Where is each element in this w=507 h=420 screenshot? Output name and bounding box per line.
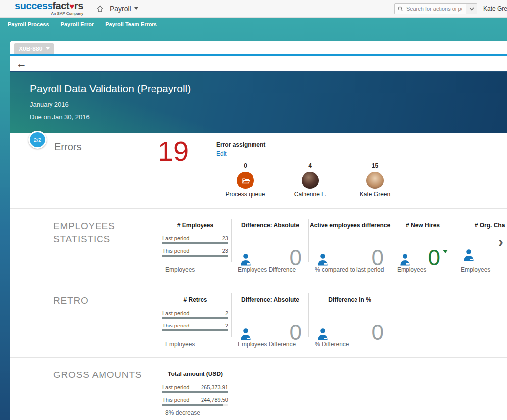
section-title: RETRO xyxy=(53,294,89,308)
period-comparison: Last period 265,373.91 This period 244,7… xyxy=(160,384,230,406)
tile-footer: 8% decrease xyxy=(165,409,200,416)
tile-footer: % Difference xyxy=(315,341,349,348)
assignment-item-kate[interactable]: 15 Kate Green xyxy=(343,162,407,198)
logo-rs-text: rs xyxy=(74,0,83,11)
nav-payroll-error[interactable]: Payroll Error xyxy=(61,21,94,27)
period-value: 244,789.50 xyxy=(201,397,228,403)
search-box[interactable] xyxy=(394,3,466,14)
period-value: 2 xyxy=(225,323,228,328)
tile-header: Difference In % xyxy=(310,296,390,303)
home-icon[interactable] xyxy=(96,5,104,13)
period-comparison: Last period 23 This period 23 xyxy=(160,235,230,257)
section-title: EMPLOYEES STATISTICS xyxy=(53,220,115,246)
period-label: Last period xyxy=(162,384,189,390)
step-badge[interactable]: 2/2 xyxy=(28,131,47,149)
assignment-name: Kate Green xyxy=(360,191,390,198)
process-instance-tab[interactable]: X0B-880 xyxy=(14,43,54,54)
tile-body: 0 xyxy=(310,248,390,267)
tile-active-employees-difference: Active employees difference 0 % compared… xyxy=(309,215,391,279)
employee-icon xyxy=(316,327,330,341)
back-button[interactable]: ← xyxy=(16,58,27,69)
tile-footer: Employees xyxy=(165,341,195,348)
logo-success-text: success xyxy=(15,0,52,11)
chevron-down-icon xyxy=(134,7,138,10)
error-count: 19 xyxy=(151,138,196,165)
period-row: This period 244,789.50 xyxy=(162,397,228,403)
tile-footer: Employees Difference xyxy=(238,266,296,273)
period-label: This period xyxy=(162,397,189,403)
assignment-count: 4 xyxy=(308,162,312,169)
edit-link[interactable]: Edit xyxy=(213,150,227,157)
error-assignment-title: Error assignment xyxy=(213,141,421,148)
tile-total-amount: Total amount (USD) Last period 265,373.9… xyxy=(159,364,231,420)
employee-icon xyxy=(316,253,330,267)
content-card: X0B-880 ← Payroll Data Validation (Prepa… xyxy=(10,41,507,420)
assignment-count: 15 xyxy=(372,162,378,169)
value-dropdown-icon[interactable] xyxy=(443,250,448,253)
process-queue-icon xyxy=(237,172,254,189)
chevron-down-icon xyxy=(469,7,474,11)
assignment-item-catherine[interactable]: 4 Catherine L. xyxy=(278,162,343,198)
error-assignment-block: Error assignment Edit 0 Process queue 4 … xyxy=(213,141,421,198)
period-row: Last period 23 xyxy=(162,235,228,241)
period-bar xyxy=(162,255,228,257)
tile-employees: # Employees Last period 23 This period 2… xyxy=(159,215,231,279)
avatar xyxy=(366,172,384,189)
tile-header: # Employees xyxy=(160,222,230,229)
tile-footer: Employees xyxy=(461,266,490,273)
period-label: Last period xyxy=(162,235,189,241)
user-menu[interactable]: Kate Green xyxy=(483,5,507,12)
assignment-item-process-queue[interactable]: 0 Process queue xyxy=(213,162,278,198)
kpi-value: 0 xyxy=(290,323,302,341)
tile-footer: Employees xyxy=(397,266,426,273)
section-title-line2: STATISTICS xyxy=(53,233,115,246)
period-row: This period 23 xyxy=(162,248,228,254)
chevron-down-icon xyxy=(46,47,50,50)
banner-due-date: Due on Jan 30, 2016 xyxy=(30,113,507,121)
nav-payroll-team-errors[interactable]: Payroll Team Errors xyxy=(105,21,157,27)
period-bar xyxy=(162,404,228,406)
tile-retros: # Retros Last period 2 This period 2 Emp… xyxy=(159,289,231,354)
employee-icon xyxy=(462,248,476,262)
period-bar xyxy=(162,242,228,244)
period-bar xyxy=(162,317,228,319)
period-value: 265,373.91 xyxy=(201,384,228,390)
errors-label: Errors xyxy=(54,141,81,153)
gross-amounts-section: GROSS AMOUNTS Total amount (USD) Last pe… xyxy=(10,358,507,420)
search-icon xyxy=(398,6,403,12)
carousel-next-chevron[interactable]: › xyxy=(498,234,503,249)
employees-statistics-section: EMPLOYEES STATISTICS # Employees Last pe… xyxy=(10,209,507,283)
kpi-value: 0 xyxy=(428,248,440,267)
tile-difference-percent: Difference In % 0 % Difference xyxy=(309,289,391,354)
period-value: 23 xyxy=(222,248,228,254)
assignment-name: Catherine L. xyxy=(294,191,326,198)
kpi-value: 0 xyxy=(372,248,384,267)
period-bar xyxy=(162,391,228,393)
period-row: This period 2 xyxy=(162,323,228,328)
tile-header: # Retros xyxy=(160,296,230,303)
successfactors-logo: successfact♥rs An SAP Company xyxy=(15,2,83,16)
nav-payroll-process[interactable]: Payroll Process xyxy=(8,21,49,27)
tile-header: Difference: Absolute xyxy=(233,296,307,303)
period-label: This period xyxy=(162,323,189,328)
tile-new-hires: # New Hires 0 Employees xyxy=(391,215,455,279)
period-label: Last period xyxy=(162,310,189,316)
module-menu-label: Payroll xyxy=(110,5,131,13)
process-tab-row: X0B-880 xyxy=(10,41,507,54)
tile-difference-absolute: Difference: Absolute 0 Employees Differe… xyxy=(232,215,308,279)
period-comparison: Last period 2 This period 2 xyxy=(160,310,230,331)
avatar xyxy=(302,172,319,189)
banner-period: January 2016 xyxy=(30,101,507,108)
module-menu-payroll[interactable]: Payroll xyxy=(110,5,138,13)
page-title: Payroll Data Validation (Prepayroll) xyxy=(30,83,507,94)
search-scope-dropdown[interactable] xyxy=(466,3,477,14)
period-value: 2 xyxy=(225,310,228,316)
period-row: Last period 265,373.91 xyxy=(162,384,228,390)
kpi-value: 0 xyxy=(372,323,384,341)
period-bar xyxy=(162,329,228,331)
search-input[interactable] xyxy=(406,5,463,12)
tile-header: Total amount (USD) xyxy=(160,371,230,377)
tile-header: # New Hires xyxy=(392,222,454,229)
section-title-line1: EMPLOYEES xyxy=(53,220,115,233)
tile-header: Difference: Absolute xyxy=(233,222,307,229)
